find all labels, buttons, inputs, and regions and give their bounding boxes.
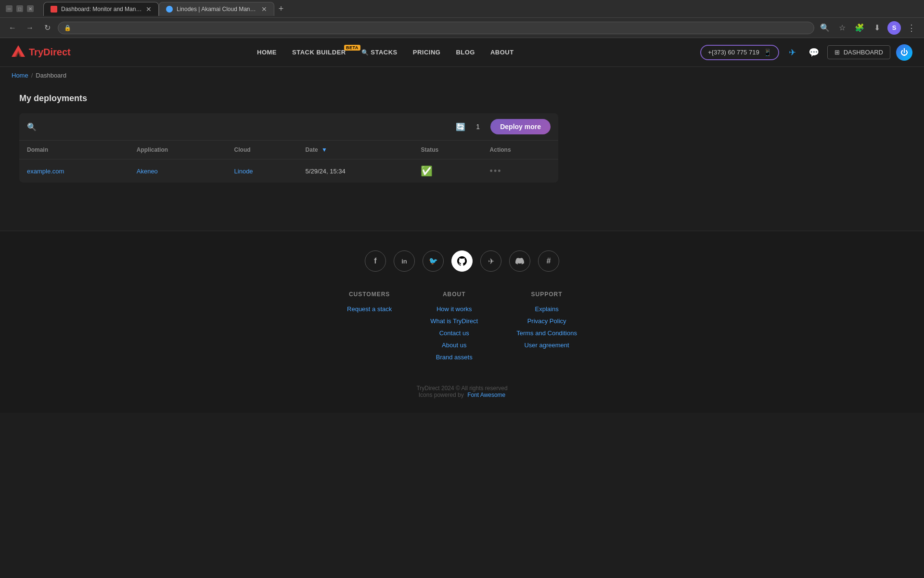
download-icon[interactable]: ⬇ (870, 21, 884, 35)
footer-link-terms[interactable]: Terms and Conditions (516, 329, 577, 337)
tab-title-1: Dashboard: Monitor and Mana... (61, 6, 142, 13)
footer-link-what-is[interactable]: What is TryDirect (430, 317, 478, 325)
discord-link[interactable] (509, 250, 530, 272)
toolbar-actions: 🔍 ☆ 🧩 ⬇ S ⋮ (818, 21, 918, 35)
phone-number: +{373) 60 775 719 (708, 49, 759, 56)
browser-tabs: Dashboard: Monitor and Mana... ✕ Linodes… (38, 2, 918, 16)
tab-favicon-2 (166, 6, 173, 13)
col-status: Status (413, 141, 482, 159)
col-cloud: Cloud (227, 141, 298, 159)
footer-link-request-stack[interactable]: Request a stack (347, 305, 392, 313)
footer-link-user-agreement[interactable]: User agreement (516, 342, 577, 349)
forward-button[interactable]: → (23, 21, 37, 35)
minimize-button[interactable]: ─ (6, 5, 13, 12)
new-tab-button[interactable]: + (274, 2, 288, 16)
breadcrumb: Home / Dashboard (0, 67, 924, 84)
copyright-text: TryDirect 2024 © All rights reserved (0, 385, 924, 392)
tab-title-2: Linodes | Akamai Cloud Manag... (177, 6, 257, 13)
table-head: Domain Application Cloud Date ▼ Status A… (19, 141, 558, 159)
col-date[interactable]: Date ▼ (298, 141, 413, 159)
col-domain: Domain (19, 141, 129, 159)
nav-stack-builder[interactable]: STACK BUILDER BETA (292, 49, 346, 56)
search-input[interactable] (40, 123, 448, 131)
twitter-link[interactable]: 🐦 (423, 250, 444, 272)
footer-link-about-us[interactable]: About us (430, 342, 478, 349)
deployments-table-container: 🔍 🔄 1 Deploy more Domain Application Clo… (19, 113, 558, 183)
cloud-link[interactable]: Linode (234, 168, 253, 175)
actions-menu-button[interactable]: ••• (490, 166, 502, 176)
bookmark-icon[interactable]: ☆ (835, 21, 849, 35)
github-link[interactable] (451, 250, 473, 272)
table-body: example.com Akeneo Linode 5/29/24, 15:34… (19, 159, 558, 183)
col-application: Application (129, 141, 227, 159)
beta-badge: BETA (344, 45, 360, 51)
footer-col-customers: CUSTOMERS Request a stack (347, 291, 392, 366)
table-row: example.com Akeneo Linode 5/29/24, 15:34… (19, 159, 558, 183)
main-nav: HOME STACK BUILDER BETA 🔍 STACKS PRICING… (90, 49, 681, 56)
nav-stacks[interactable]: 🔍 STACKS (361, 49, 398, 56)
tab-close-2[interactable]: ✕ (261, 5, 267, 13)
nav-pricing[interactable]: PRICING (413, 49, 441, 56)
dashboard-button[interactable]: ⊞ DASHBOARD (827, 45, 890, 59)
window-controls: ─ □ ✕ (6, 5, 34, 12)
header-actions: +{373) 60 775 719 📱 ✈ 💬 ⊞ DASHBOARD ⏻ (700, 44, 912, 61)
breadcrumb-current: Dashboard (36, 72, 66, 79)
breadcrumb-home[interactable]: Home (12, 72, 28, 79)
facebook-link[interactable]: f (365, 250, 386, 272)
table-toolbar: 🔍 🔄 1 Deploy more (19, 113, 558, 141)
footer-col-customers-heading: CUSTOMERS (347, 291, 392, 298)
deployments-table: Domain Application Cloud Date ▼ Status A… (19, 141, 558, 183)
linkedin-link[interactable]: in (394, 250, 415, 272)
nav-blog[interactable]: BLOG (456, 49, 475, 56)
tab-close-1[interactable]: ✕ (146, 5, 152, 13)
telegram-button[interactable]: ✈ (785, 45, 800, 60)
footer-columns: CUSTOMERS Request a stack ABOUT How it w… (0, 291, 924, 366)
phone-icon: 📱 (763, 49, 771, 56)
col-actions: Actions (482, 141, 558, 159)
telegram-social-link[interactable]: ✈ (480, 250, 501, 272)
browser-chrome: ─ □ ✕ Dashboard: Monitor and Mana... ✕ L… (0, 0, 924, 38)
search-toolbar-icon[interactable]: 🔍 (818, 21, 832, 35)
app-header: TryDirect HOME STACK BUILDER BETA 🔍 STAC… (0, 38, 924, 67)
menu-button[interactable]: ⋮ (905, 21, 918, 35)
footer-col-about: ABOUT How it works What is TryDirect Con… (430, 291, 478, 366)
logo[interactable]: TryDirect (12, 45, 71, 60)
logo-text: TryDirect (29, 47, 71, 58)
domain-link[interactable]: example.com (27, 168, 64, 175)
nav-home[interactable]: HOME (257, 49, 277, 56)
breadcrumb-separator: / (31, 72, 33, 79)
tab-favicon-1 (51, 6, 57, 13)
status-cell: ✅ (413, 159, 482, 183)
power-button[interactable]: ⏻ (896, 44, 912, 61)
font-awesome-link[interactable]: Font Awesome (467, 392, 505, 398)
footer-link-brand-assets[interactable]: Brand assets (430, 354, 478, 361)
footer-bottom: TryDirect 2024 © All rights reserved Ico… (0, 385, 924, 398)
back-button[interactable]: ← (6, 21, 19, 35)
slack-link[interactable]: # (538, 250, 559, 272)
status-check-icon: ✅ (421, 166, 433, 176)
browser-tab-2[interactable]: Linodes | Akamai Cloud Manag... ✕ (159, 2, 274, 16)
close-button[interactable]: ✕ (27, 5, 34, 12)
nav-about[interactable]: ABOUT (490, 49, 514, 56)
maximize-button[interactable]: □ (16, 5, 23, 12)
application-link[interactable]: Akeneo (137, 168, 158, 175)
address-bar[interactable]: 🔒 try.direct/dashboard (58, 22, 814, 34)
browser-toolbar: ← → ↻ 🔒 try.direct/dashboard 🔍 ☆ 🧩 ⬇ S ⋮ (0, 17, 924, 38)
social-links: f in 🐦 ✈ # (0, 250, 924, 272)
deploy-more-button[interactable]: Deploy more (490, 119, 551, 134)
reload-button[interactable]: ↻ (40, 21, 54, 35)
whatsapp-button[interactable]: 💬 (806, 45, 821, 60)
phone-button[interactable]: +{373) 60 775 719 📱 (700, 45, 779, 60)
date-cell: 5/29/24, 15:34 (298, 159, 413, 183)
footer-col-support: SUPPORT Explains Privacy Policy Terms an… (516, 291, 577, 366)
profile-avatar[interactable]: S (887, 21, 901, 35)
footer-link-explains[interactable]: Explains (516, 305, 577, 313)
footer-link-privacy[interactable]: Privacy Policy (516, 317, 577, 325)
address-input[interactable]: try.direct/dashboard (75, 24, 808, 32)
refresh-button[interactable]: 🔄 (456, 122, 465, 131)
browser-tab-1[interactable]: Dashboard: Monitor and Mana... ✕ (43, 2, 159, 16)
extensions-icon[interactable]: 🧩 (853, 21, 866, 35)
footer-link-how-it-works[interactable]: How it works (430, 305, 478, 313)
footer-link-contact[interactable]: Contact us (430, 329, 478, 337)
lock-icon: 🔒 (64, 25, 71, 31)
